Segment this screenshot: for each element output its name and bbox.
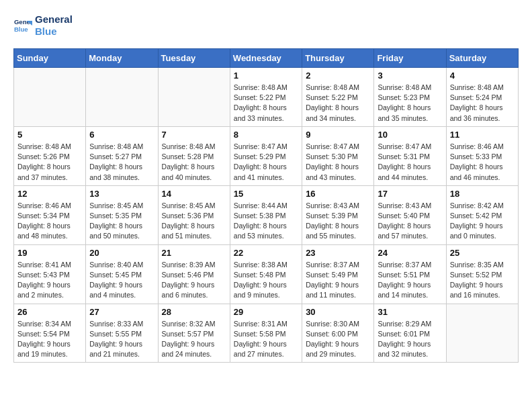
day-info: Sunrise: 8:48 AM Sunset: 5:26 PM Dayligh…: [17, 142, 82, 183]
day-number: 22: [234, 248, 298, 258]
day-number: 7: [162, 130, 226, 140]
day-info: Sunrise: 8:30 AM Sunset: 6:00 PM Dayligh…: [306, 319, 370, 360]
day-number: 10: [378, 130, 442, 140]
calendar-cell: 21Sunrise: 8:39 AM Sunset: 5:46 PM Dayli…: [158, 244, 230, 304]
calendar-week-row: 12Sunrise: 8:46 AM Sunset: 5:34 PM Dayli…: [14, 185, 519, 244]
day-number: 30: [306, 307, 370, 317]
calendar-cell: 19Sunrise: 8:41 AM Sunset: 5:43 PM Dayli…: [14, 244, 86, 304]
weekday-header: Sunday: [14, 49, 86, 68]
weekday-header: Thursday: [302, 49, 374, 68]
day-info: Sunrise: 8:37 AM Sunset: 5:49 PM Dayligh…: [306, 260, 370, 301]
day-info: Sunrise: 8:48 AM Sunset: 5:22 PM Dayligh…: [306, 83, 370, 124]
calendar-cell: 26Sunrise: 8:34 AM Sunset: 5:54 PM Dayli…: [14, 304, 86, 363]
calendar-cell: 6Sunrise: 8:48 AM Sunset: 5:27 PM Daylig…: [86, 126, 158, 185]
calendar-cell: [158, 68, 230, 127]
calendar-cell: 22Sunrise: 8:38 AM Sunset: 5:48 PM Dayli…: [230, 244, 302, 304]
weekday-header: Wednesday: [230, 49, 302, 68]
day-number: 27: [89, 307, 154, 317]
calendar-header-row: SundayMondayTuesdayWednesdayThursdayFrid…: [14, 49, 519, 68]
weekday-header: Saturday: [446, 49, 518, 68]
calendar-cell: 8Sunrise: 8:47 AM Sunset: 5:29 PM Daylig…: [230, 126, 302, 185]
day-number: 21: [162, 248, 226, 258]
calendar-week-row: 19Sunrise: 8:41 AM Sunset: 5:43 PM Dayli…: [14, 244, 519, 304]
day-info: Sunrise: 8:29 AM Sunset: 6:01 PM Dayligh…: [378, 319, 442, 360]
day-number: 3: [378, 71, 442, 81]
calendar-cell: 12Sunrise: 8:46 AM Sunset: 5:34 PM Dayli…: [14, 185, 86, 244]
day-number: 2: [306, 71, 370, 81]
svg-text:Blue: Blue: [14, 26, 28, 33]
day-info: Sunrise: 8:43 AM Sunset: 5:40 PM Dayligh…: [378, 201, 442, 242]
calendar-cell: 15Sunrise: 8:44 AM Sunset: 5:38 PM Dayli…: [230, 185, 302, 244]
day-info: Sunrise: 8:44 AM Sunset: 5:38 PM Dayligh…: [234, 201, 298, 242]
day-number: 6: [89, 130, 154, 140]
calendar-cell: 17Sunrise: 8:43 AM Sunset: 5:40 PM Dayli…: [374, 185, 446, 244]
day-number: 9: [306, 130, 370, 140]
day-number: 1: [234, 71, 298, 81]
day-number: 17: [378, 189, 442, 199]
day-info: Sunrise: 8:46 AM Sunset: 5:33 PM Dayligh…: [450, 142, 515, 183]
day-number: 24: [378, 248, 442, 258]
day-number: 18: [450, 189, 515, 199]
day-number: 16: [306, 189, 370, 199]
logo: General Blue General Blue: [13, 13, 73, 38]
calendar-week-row: 26Sunrise: 8:34 AM Sunset: 5:54 PM Dayli…: [14, 304, 519, 363]
calendar-cell: 20Sunrise: 8:40 AM Sunset: 5:45 PM Dayli…: [86, 244, 158, 304]
day-info: Sunrise: 8:35 AM Sunset: 5:52 PM Dayligh…: [450, 260, 515, 301]
day-info: Sunrise: 8:38 AM Sunset: 5:48 PM Dayligh…: [234, 260, 298, 301]
day-number: 19: [17, 248, 82, 258]
calendar-cell: 13Sunrise: 8:45 AM Sunset: 5:35 PM Dayli…: [86, 185, 158, 244]
calendar-cell: 1Sunrise: 8:48 AM Sunset: 5:22 PM Daylig…: [230, 68, 302, 127]
logo-icon: General Blue: [13, 16, 32, 35]
calendar-cell: 14Sunrise: 8:45 AM Sunset: 5:36 PM Dayli…: [158, 185, 230, 244]
calendar-cell: 16Sunrise: 8:43 AM Sunset: 5:39 PM Dayli…: [302, 185, 374, 244]
day-info: Sunrise: 8:48 AM Sunset: 5:28 PM Dayligh…: [162, 142, 226, 183]
logo-general: General: [35, 13, 73, 26]
day-info: Sunrise: 8:42 AM Sunset: 5:42 PM Dayligh…: [450, 201, 515, 242]
day-info: Sunrise: 8:48 AM Sunset: 5:23 PM Dayligh…: [378, 83, 442, 124]
logo-blue: Blue: [35, 26, 73, 38]
day-number: 8: [234, 130, 298, 140]
page-header: General Blue General Blue: [13, 13, 519, 38]
calendar-cell: [14, 68, 86, 127]
day-info: Sunrise: 8:43 AM Sunset: 5:39 PM Dayligh…: [306, 201, 370, 242]
day-number: 29: [234, 307, 298, 317]
day-info: Sunrise: 8:47 AM Sunset: 5:30 PM Dayligh…: [306, 142, 370, 183]
calendar-cell: 5Sunrise: 8:48 AM Sunset: 5:26 PM Daylig…: [14, 126, 86, 185]
calendar-cell: 11Sunrise: 8:46 AM Sunset: 5:33 PM Dayli…: [446, 126, 518, 185]
day-info: Sunrise: 8:34 AM Sunset: 5:54 PM Dayligh…: [17, 319, 82, 360]
day-number: 11: [450, 130, 515, 140]
day-info: Sunrise: 8:45 AM Sunset: 5:35 PM Dayligh…: [89, 201, 154, 242]
day-number: 15: [234, 189, 298, 199]
day-info: Sunrise: 8:48 AM Sunset: 5:22 PM Dayligh…: [234, 83, 298, 124]
day-info: Sunrise: 8:46 AM Sunset: 5:34 PM Dayligh…: [17, 201, 82, 242]
day-number: 23: [306, 248, 370, 258]
calendar-cell: 18Sunrise: 8:42 AM Sunset: 5:42 PM Dayli…: [446, 185, 518, 244]
day-number: 31: [378, 307, 442, 317]
weekday-header: Friday: [374, 49, 446, 68]
day-number: 4: [450, 71, 515, 81]
day-number: 14: [162, 189, 226, 199]
calendar-cell: [446, 304, 518, 363]
calendar-cell: 24Sunrise: 8:37 AM Sunset: 5:51 PM Dayli…: [374, 244, 446, 304]
day-info: Sunrise: 8:40 AM Sunset: 5:45 PM Dayligh…: [89, 260, 154, 301]
day-info: Sunrise: 8:33 AM Sunset: 5:55 PM Dayligh…: [89, 319, 154, 360]
calendar-table: SundayMondayTuesdayWednesdayThursdayFrid…: [13, 48, 519, 363]
calendar-cell: 10Sunrise: 8:47 AM Sunset: 5:31 PM Dayli…: [374, 126, 446, 185]
calendar-cell: 9Sunrise: 8:47 AM Sunset: 5:30 PM Daylig…: [302, 126, 374, 185]
day-number: 5: [17, 130, 82, 140]
weekday-header: Monday: [86, 49, 158, 68]
day-info: Sunrise: 8:31 AM Sunset: 5:58 PM Dayligh…: [234, 319, 298, 360]
day-number: 20: [89, 248, 154, 258]
day-info: Sunrise: 8:48 AM Sunset: 5:27 PM Dayligh…: [89, 142, 154, 183]
day-info: Sunrise: 8:45 AM Sunset: 5:36 PM Dayligh…: [162, 201, 226, 242]
calendar-cell: 4Sunrise: 8:48 AM Sunset: 5:24 PM Daylig…: [446, 68, 518, 127]
calendar-cell: 25Sunrise: 8:35 AM Sunset: 5:52 PM Dayli…: [446, 244, 518, 304]
calendar-cell: 28Sunrise: 8:32 AM Sunset: 5:57 PM Dayli…: [158, 304, 230, 363]
day-info: Sunrise: 8:39 AM Sunset: 5:46 PM Dayligh…: [162, 260, 226, 301]
day-info: Sunrise: 8:47 AM Sunset: 5:29 PM Dayligh…: [234, 142, 298, 183]
calendar-cell: 7Sunrise: 8:48 AM Sunset: 5:28 PM Daylig…: [158, 126, 230, 185]
calendar-cell: 27Sunrise: 8:33 AM Sunset: 5:55 PM Dayli…: [86, 304, 158, 363]
day-info: Sunrise: 8:32 AM Sunset: 5:57 PM Dayligh…: [162, 319, 226, 360]
calendar-cell: 31Sunrise: 8:29 AM Sunset: 6:01 PM Dayli…: [374, 304, 446, 363]
day-info: Sunrise: 8:37 AM Sunset: 5:51 PM Dayligh…: [378, 260, 442, 301]
